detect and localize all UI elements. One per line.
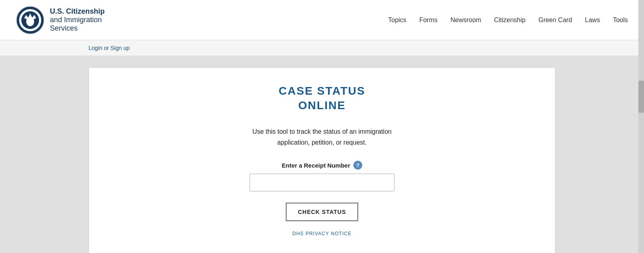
nav-newsroom[interactable]: Newsroom <box>450 17 481 24</box>
sub-header: Login or Sign up <box>0 40 644 56</box>
org-name-line1: U.S. Citizenship <box>50 7 105 16</box>
card-title-line1: CASE STATUS <box>279 85 365 97</box>
check-status-button[interactable]: CHECK STATUS <box>286 203 358 221</box>
privacy-notice-link[interactable]: DHS PRIVACY NOTICE <box>293 231 352 236</box>
logo-text: U.S. Citizenship and Immigration Service… <box>50 7 105 33</box>
nav-citizenship[interactable]: Citizenship <box>494 17 525 24</box>
scrollbar[interactable] <box>638 0 644 253</box>
nav-laws[interactable]: Laws <box>585 17 600 24</box>
case-status-card: CASE STATUS ONLINE Use this tool to trac… <box>89 67 555 253</box>
nav-topics[interactable]: Topics <box>388 17 406 24</box>
receipt-number-input[interactable] <box>250 174 394 191</box>
receipt-label: Enter a Receipt Number <box>282 162 350 169</box>
org-name-line2: and Immigration <box>50 16 105 24</box>
nav-tools[interactable]: Tools <box>613 17 628 24</box>
site-header: DHS U.S. Citizenship and Immigration Ser… <box>0 0 644 40</box>
page-background: CASE STATUS ONLINE Use this tool to trac… <box>0 56 644 253</box>
nav-forms[interactable]: Forms <box>419 17 438 24</box>
card-description: Use this tool to track the status of an … <box>242 126 402 148</box>
nav-green-card[interactable]: Green Card <box>539 17 572 24</box>
receipt-label-row: Enter a Receipt Number ? <box>282 161 362 170</box>
logo-area: DHS U.S. Citizenship and Immigration Ser… <box>16 6 105 34</box>
card-title-line2: ONLINE <box>298 99 346 112</box>
dhs-seal-icon: DHS <box>16 6 44 34</box>
login-signup-link[interactable]: Login or Sign up <box>89 45 130 51</box>
help-icon[interactable]: ? <box>353 161 362 170</box>
main-nav: Topics Forms Newsroom Citizenship Green … <box>388 17 628 24</box>
org-name-line3: Services <box>50 24 105 33</box>
scrollbar-thumb[interactable] <box>638 81 644 113</box>
svg-text:DHS: DHS <box>28 29 33 31</box>
card-title: CASE STATUS ONLINE <box>279 84 365 113</box>
svg-point-7 <box>29 16 32 19</box>
